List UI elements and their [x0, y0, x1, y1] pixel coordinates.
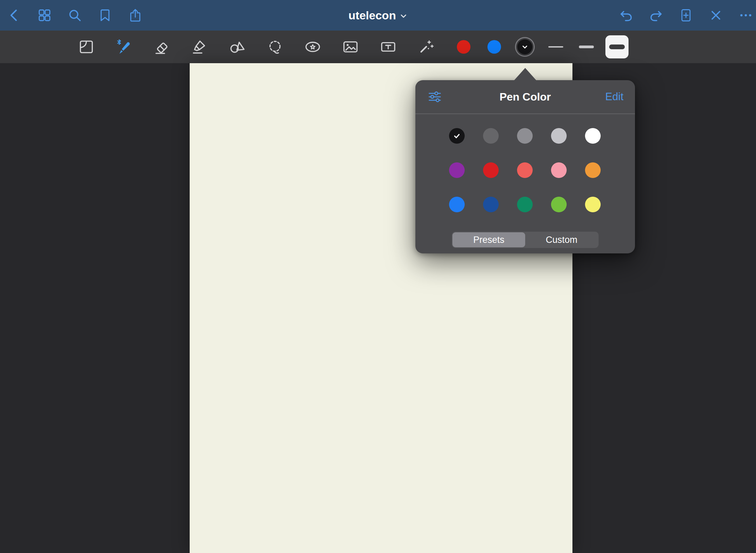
- page-turn-mode-icon: [77, 38, 96, 56]
- search-button[interactable]: [64, 4, 86, 26]
- stroke-width-thick[interactable]: [605, 35, 629, 58]
- more-icon: [738, 8, 753, 23]
- shapes-tool[interactable]: [225, 33, 250, 61]
- tools-group: [74, 31, 438, 63]
- pen-color-option-pink[interactable]: [551, 162, 567, 178]
- title-chevron-icon: [399, 12, 408, 20]
- redo-button[interactable]: [647, 6, 666, 25]
- bookmark-icon: [98, 8, 113, 23]
- eraser-tool[interactable]: [150, 33, 174, 61]
- pen-color-option-red[interactable]: [483, 162, 499, 178]
- stroke-width-thin[interactable]: [544, 35, 567, 58]
- share-button[interactable]: [124, 4, 146, 26]
- tool-bar: [0, 31, 756, 63]
- pen-color-popover: Pen Color Edit PresetsCustom: [415, 80, 635, 253]
- sticker-star-icon: [304, 38, 322, 56]
- pen-color-option-light-gray[interactable]: [551, 128, 567, 144]
- pen-icon: [115, 38, 133, 56]
- pen-mode-off-icon: [708, 8, 723, 23]
- laser-pointer-tool[interactable]: [414, 33, 438, 61]
- nav-left-group: [3, 0, 146, 31]
- image-icon: [341, 38, 360, 56]
- undo-button[interactable]: [617, 6, 636, 25]
- back-button[interactable]: [3, 4, 25, 26]
- highlighter-icon: [190, 38, 209, 56]
- add-page-button[interactable]: [676, 6, 695, 25]
- pen-color-option-blue[interactable]: [449, 197, 465, 212]
- pen-color-option-yellow[interactable]: [585, 197, 601, 212]
- back-icon: [7, 8, 22, 23]
- laser-pointer-icon: [417, 38, 435, 56]
- page-thumbnails-icon: [37, 8, 52, 23]
- more-button[interactable]: [736, 6, 755, 25]
- share-icon: [128, 8, 143, 23]
- popover-title: Pen Color: [415, 80, 635, 113]
- pen-color-option-purple[interactable]: [449, 162, 465, 178]
- pen-color-option-white[interactable]: [585, 128, 601, 144]
- pen-color-option-black[interactable]: [449, 128, 465, 144]
- stroke-line-medium: [579, 46, 594, 48]
- segment-presets[interactable]: Presets: [452, 232, 525, 247]
- image-tool[interactable]: [338, 33, 363, 61]
- top-navigation-bar: utelecon: [0, 0, 756, 31]
- stroke-line-thick: [609, 44, 625, 49]
- page-thumbnails-button[interactable]: [34, 4, 55, 26]
- popover-arrow: [514, 68, 537, 81]
- popover-divider: [415, 113, 635, 114]
- stroke-width-options: [544, 31, 629, 63]
- pen-color-option-orange[interactable]: [585, 162, 601, 178]
- highlighter-tool[interactable]: [187, 33, 212, 61]
- stroke-width-medium[interactable]: [575, 35, 598, 58]
- pen-color-option-green[interactable]: [517, 197, 533, 212]
- bookmark-button[interactable]: [94, 4, 116, 26]
- search-icon: [67, 8, 82, 23]
- bluetooth-icon: [118, 40, 121, 44]
- edit-colors-button[interactable]: Edit: [605, 80, 623, 113]
- toolbar-pen-color-blue[interactable]: [483, 36, 505, 58]
- presets-custom-segmented: PresetsCustom: [452, 232, 599, 248]
- redo-icon: [649, 8, 664, 23]
- pen-color-grid: [449, 128, 601, 212]
- pen-tool[interactable]: [112, 33, 136, 61]
- toolbar-color-swatches: [453, 31, 536, 63]
- pen-color-option-gray[interactable]: [517, 128, 533, 144]
- pen-color-option-light-green[interactable]: [551, 197, 567, 212]
- toolbar-pen-color-red[interactable]: [453, 36, 475, 58]
- lasso-tool[interactable]: [263, 33, 287, 61]
- eraser-icon: [153, 38, 171, 56]
- popover-header: Pen Color Edit: [415, 80, 635, 113]
- undo-icon: [619, 8, 634, 23]
- text-tool[interactable]: [376, 33, 400, 61]
- lasso-icon: [266, 38, 284, 56]
- pen-color-option-dark-gray[interactable]: [483, 128, 499, 144]
- segment-custom[interactable]: Custom: [525, 232, 598, 247]
- toolbar-pen-color-black[interactable]: [514, 36, 536, 58]
- document-title-label: utelecon: [348, 9, 396, 22]
- add-page-icon: [678, 8, 693, 23]
- stroke-line-thin: [548, 46, 563, 48]
- pen-color-option-coral[interactable]: [517, 162, 533, 178]
- page-turn-mode-tool[interactable]: [74, 33, 99, 61]
- chevron-down-icon: [520, 42, 529, 51]
- elements-tool[interactable]: [300, 33, 325, 61]
- nav-right-group: [617, 0, 755, 31]
- text-icon: [379, 38, 397, 56]
- shapes-icon: [228, 38, 246, 56]
- check-icon: [452, 131, 462, 141]
- pen-color-option-navy[interactable]: [483, 197, 499, 212]
- pen-mode-off-button[interactable]: [706, 6, 725, 25]
